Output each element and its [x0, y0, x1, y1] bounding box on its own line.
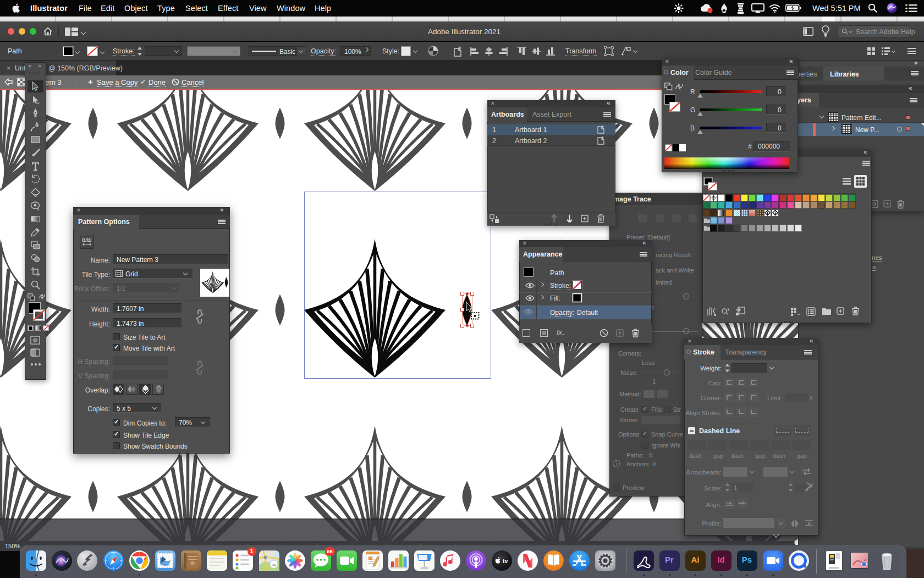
svg-text:3D: 3D — [272, 563, 276, 566]
svg-text:tv: tv — [503, 558, 508, 564]
